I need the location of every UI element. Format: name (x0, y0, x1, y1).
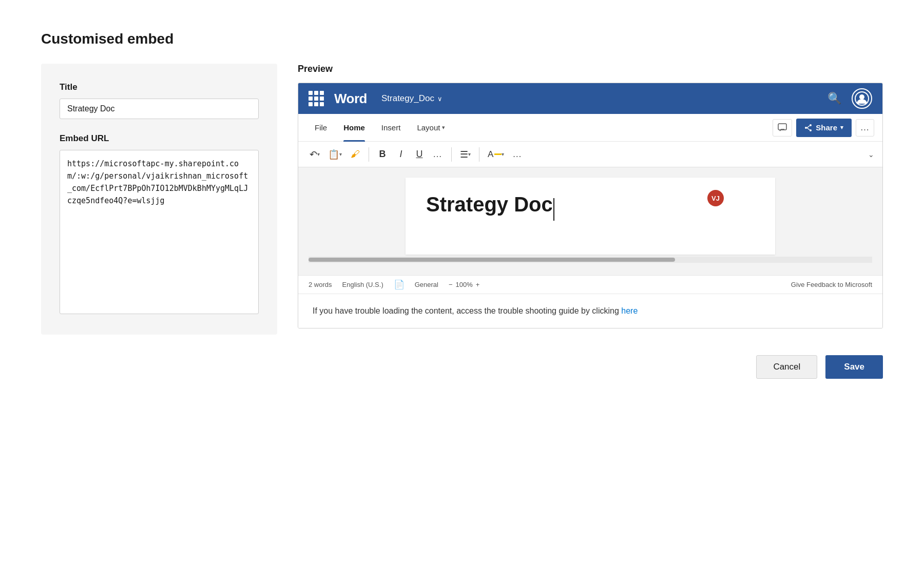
share-button[interactable]: Share ▾ (796, 119, 852, 137)
word-page: VJ Strategy Doc (406, 178, 775, 255)
svg-point-3 (810, 124, 812, 126)
toolbar-separator-1 (369, 147, 369, 162)
italic-button[interactable]: I (393, 146, 409, 163)
word-preview: Word Strategy_Doc ∨ 🔍 (298, 83, 883, 328)
toolbar-collapse-button[interactable]: ⌄ (868, 150, 874, 159)
toolbar-separator-2 (451, 147, 452, 162)
share-label: Share (816, 123, 837, 132)
doc-name-chevron-icon[interactable]: ∨ (437, 95, 442, 103)
ribbon-item-insert[interactable]: Insert (373, 114, 409, 142)
accessibility-icon: 📄 (394, 279, 405, 290)
horizontal-scrollbar[interactable] (309, 257, 872, 263)
user-avatar[interactable] (852, 88, 872, 109)
document-title: Strategy Doc (426, 193, 553, 216)
footer-actions: Cancel Save (41, 355, 883, 379)
ribbon-item-layout[interactable]: Layout ▾ (409, 114, 453, 142)
svg-line-6 (807, 126, 810, 128)
zoom-out-icon[interactable]: − (449, 281, 453, 288)
collaborator-avatar: VJ (707, 190, 724, 206)
word-toolbar: ↶ ▾ 📋 ▾ 🖌 B (298, 142, 882, 167)
svg-line-7 (807, 128, 810, 130)
title-label: Title (60, 82, 259, 92)
page-container: Customised embed Title Embed URL https:/… (41, 31, 883, 379)
right-panel: Preview Word Strategy_Doc ∨ 🔍 (298, 64, 883, 328)
cursor (553, 198, 554, 221)
toolbar-more-button[interactable]: … (509, 146, 526, 163)
trouble-text: If you have trouble loading the content,… (313, 306, 619, 315)
trouble-link[interactable]: here (621, 306, 638, 315)
word-doc-area: VJ Strategy Doc (298, 167, 882, 275)
align-button[interactable]: ☰ ▾ (457, 146, 474, 163)
svg-point-4 (810, 129, 812, 131)
highlight-chevron-icon: ▾ (502, 151, 504, 157)
word-logo: Word (334, 91, 367, 107)
zoom-in-icon[interactable]: + (476, 281, 480, 288)
word-statusbar: 2 words English (U.S.) 📄 General − 100% … (298, 275, 882, 294)
search-icon[interactable]: 🔍 (827, 92, 841, 105)
word-count: 2 words (309, 281, 332, 288)
toolbar-separator-3 (479, 147, 479, 162)
underline-button[interactable]: U (411, 146, 428, 163)
word-ribbon: File Home Insert Layout ▾ (298, 114, 882, 142)
save-button[interactable]: Save (825, 355, 883, 379)
cancel-button[interactable]: Cancel (756, 355, 817, 379)
scrollbar-thumb (309, 258, 675, 262)
preview-label: Preview (298, 64, 883, 74)
apps-grid-icon[interactable] (309, 91, 324, 106)
clipboard-chevron-icon: ▾ (339, 151, 342, 157)
svg-rect-2 (778, 124, 786, 130)
clipboard-button[interactable]: 📋 ▾ (325, 146, 345, 163)
layout-chevron-icon: ▾ (442, 124, 445, 131)
bold-button[interactable]: B (374, 146, 391, 163)
feedback-label: Give Feedback to Microsoft (791, 281, 872, 288)
paint-format-button[interactable]: 🖌 (347, 146, 363, 163)
trouble-area: If you have trouble loading the content,… (298, 294, 882, 328)
title-input[interactable] (60, 99, 259, 119)
comment-button[interactable] (773, 119, 792, 137)
svg-point-5 (805, 127, 807, 129)
ribbon-more-button[interactable]: … (856, 119, 874, 137)
share-chevron-icon: ▾ (840, 124, 843, 131)
undo-chevron-icon: ▾ (317, 151, 320, 157)
ribbon-item-file[interactable]: File (306, 114, 335, 142)
embed-url-label: Embed URL (60, 133, 259, 144)
left-panel: Title Embed URL https://microsoftapc-my.… (41, 64, 277, 335)
ribbon-item-home[interactable]: Home (335, 114, 373, 142)
svg-point-1 (859, 94, 864, 100)
page-title: Customised embed (41, 31, 883, 47)
style-label: General (415, 281, 438, 288)
embed-url-textarea[interactable]: https://microsoftapc-my.sharepoint.com/:… (60, 150, 259, 314)
more-formatting-button[interactable]: … (430, 146, 446, 163)
zoom-level: 100% (456, 281, 473, 288)
highlight-button[interactable]: A ▾ (485, 146, 507, 163)
align-chevron-icon: ▾ (468, 151, 471, 157)
content-layout: Title Embed URL https://microsoftapc-my.… (41, 64, 883, 335)
word-doc-name: Strategy_Doc ∨ (381, 93, 442, 104)
undo-button[interactable]: ↶ ▾ (306, 146, 323, 163)
language: English (U.S.) (342, 281, 383, 288)
zoom-control: − 100% + (449, 281, 479, 288)
word-topbar: Word Strategy_Doc ∨ 🔍 (298, 83, 882, 114)
